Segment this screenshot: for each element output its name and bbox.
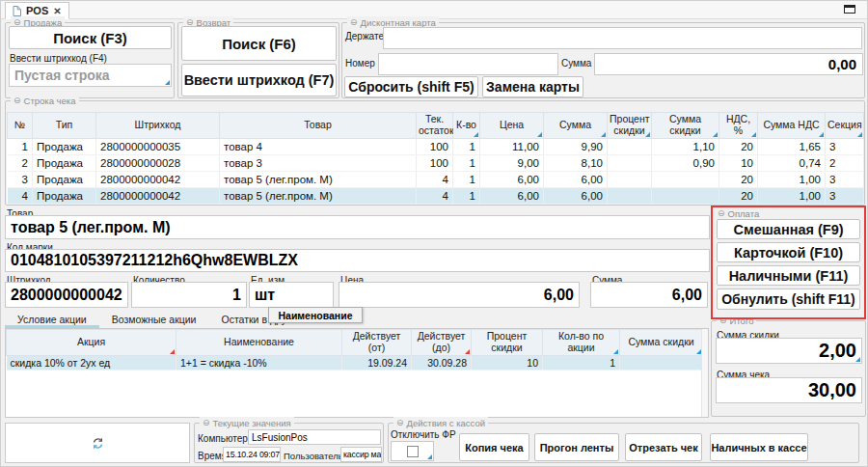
table-cell	[608, 187, 652, 204]
clear-payment-button[interactable]: Обнулить (shift F11)	[717, 288, 860, 310]
tab-pos-label: POS	[26, 5, 48, 16]
search-f3-button[interactable]: Поиск (F3)	[9, 26, 172, 49]
time-field[interactable]: 15.10.24 09:07	[223, 447, 281, 462]
feed-tape-button[interactable]: Прогон ленты	[534, 433, 619, 461]
table-cell	[608, 138, 652, 154]
collapse-icon[interactable]: ⊖	[14, 95, 21, 107]
disable-fr-checkbox[interactable]	[407, 446, 419, 457]
receipt-sum-field[interactable]: 30,00	[716, 377, 862, 403]
table-cell: 4	[417, 187, 453, 204]
column-header[interactable]: Тип	[33, 113, 96, 139]
table-cell: 100	[417, 154, 453, 171]
table-cell: 11,00	[480, 138, 544, 154]
barcode-f7-button[interactable]: Ввести штрихкод (F7)	[181, 64, 337, 96]
column-header[interactable]: Наименование	[176, 330, 342, 356]
column-header[interactable]: Сумма	[544, 113, 608, 139]
promo-scrollbar[interactable]	[701, 329, 708, 417]
column-header[interactable]: Секция	[826, 113, 864, 139]
column-header[interactable]: НДС, %	[719, 113, 758, 139]
document-icon	[13, 6, 21, 16]
tab-promo-conditions[interactable]: Условие акции	[5, 313, 99, 328]
table-cell: 19.09.24	[342, 355, 412, 370]
table-row[interactable]: 4Продажа2800000000042товар 5 (лег.пром. …	[8, 187, 864, 204]
mark-code-field[interactable]: 0104810105397211212h6Qhw8EWBLZX	[5, 249, 710, 272]
column-header[interactable]: Акция	[7, 330, 176, 356]
barcode-input[interactable]	[10, 65, 171, 86]
tab-possible-promos[interactable]: Возможные акции	[99, 313, 209, 328]
table-cell: Продажа	[33, 187, 96, 204]
disable-fr-label: Отключить ФР	[391, 429, 456, 440]
refresh-icon[interactable]	[92, 437, 104, 450]
computer-field[interactable]: LsFusionPos	[248, 429, 381, 445]
table-cell: 4	[417, 171, 453, 187]
quantity-field[interactable]: 1	[131, 282, 247, 308]
column-header[interactable]: Действует (до)	[412, 330, 472, 356]
barcode-f4-label: Ввести штрихкод (F4)	[10, 53, 107, 64]
column-header[interactable]: №	[8, 113, 33, 139]
table-row[interactable]: 3Продажа2800000000042товар 5 (лег.пром. …	[8, 171, 864, 187]
group-payment-label: ⊖Оплата	[718, 208, 759, 219]
product-name-field[interactable]: товар 5 (лег.пром. М)	[5, 215, 710, 239]
cash-in-drawer-button[interactable]: Наличных в кассе	[710, 433, 808, 461]
column-header[interactable]: Процент скидки	[472, 330, 543, 356]
unit-field[interactable]: шт	[249, 282, 334, 308]
column-header[interactable]: Сумма скидки	[620, 330, 703, 356]
table-cell: 1	[453, 187, 480, 204]
reset-card-button[interactable]: Сбросить (shift F5)	[344, 76, 478, 97]
sum-field[interactable]: 6,00	[590, 282, 708, 308]
table-cell: 20	[719, 171, 758, 187]
column-header[interactable]: Сумма скидки	[652, 113, 719, 139]
table-cell: 1,65	[758, 138, 826, 154]
card-sum-label: Сумма	[561, 58, 591, 69]
holder-input[interactable]	[383, 27, 862, 49]
barcode-input-wrap	[9, 64, 172, 87]
price-field[interactable]: 6,00	[339, 282, 580, 308]
table-cell: 1,10	[652, 138, 719, 154]
table-cell: 6,00	[544, 187, 608, 204]
column-header[interactable]: Кол-во по акции	[543, 330, 620, 356]
table-cell: 2800000000042	[96, 187, 220, 204]
user-label: Пользователь	[284, 451, 343, 461]
card-sum-field[interactable]: 0,00	[594, 53, 863, 75]
copy-receipt-button[interactable]: Копия чека	[459, 433, 529, 461]
user-field[interactable]: кассир маг 1	[340, 447, 382, 462]
table-cell: 3	[826, 187, 864, 204]
computer-label: Компьютер	[198, 433, 248, 444]
table-cell: 2800000000028	[96, 154, 220, 171]
table-row[interactable]: 2Продажа2800000000028товар 310019,008,10…	[8, 154, 864, 171]
number-label: Номер	[345, 58, 375, 69]
column-header[interactable]: Тек. остаток	[417, 113, 453, 139]
column-header[interactable]: Сумма НДС	[758, 113, 826, 139]
search-f6-button[interactable]: Поиск (F6)	[181, 26, 337, 61]
table-cell: 8,10	[544, 154, 608, 171]
column-header[interactable]: Действует (от)	[342, 330, 412, 356]
table-row[interactable]: скидка 10% от 2ух ед1+1 = скидка -10%19.…	[7, 355, 703, 370]
table-cell	[652, 187, 719, 204]
cash-payment-button[interactable]: Наличными (F11)	[717, 265, 860, 286]
discount-sum-field[interactable]: 2,00	[716, 338, 862, 364]
restore-window-icon[interactable]	[844, 5, 855, 14]
table-cell: 3	[8, 171, 33, 187]
refresh-panel[interactable]	[5, 423, 190, 463]
table-cell: 2800000000035	[96, 138, 220, 154]
replace-card-button[interactable]: Замена карты	[482, 76, 583, 97]
card-payment-button[interactable]: Карточкой (F10)	[717, 242, 860, 262]
barcode-field[interactable]: 2800000000042	[5, 282, 128, 308]
collapse-icon[interactable]: ⊖	[718, 208, 725, 219]
column-header[interactable]: Штрихкод	[96, 113, 220, 139]
number-input[interactable]	[378, 53, 558, 75]
table-cell	[608, 171, 652, 187]
column-header[interactable]: Цена	[480, 113, 544, 139]
column-header[interactable]: Товар	[220, 113, 417, 139]
column-header[interactable]: Процент скидки	[608, 113, 652, 139]
cut-receipt-button[interactable]: Отрезать чек	[625, 433, 702, 461]
table-cell: Продажа	[33, 154, 96, 171]
collapse-icon[interactable]: ⊖	[350, 16, 358, 29]
collapse-icon[interactable]: ⊖	[396, 417, 404, 429]
table-row[interactable]: 1Продажа2800000000035товар 4100111,009,9…	[8, 138, 864, 154]
column-header[interactable]: К-во	[453, 113, 480, 139]
close-tab-icon[interactable]: ✕	[53, 6, 61, 16]
collapse-icon[interactable]: ⊖	[203, 417, 210, 429]
mixed-payment-button[interactable]: Смешанная (F9)	[717, 219, 860, 239]
group-receipt-lines-label: ⊖Строка чека	[11, 95, 79, 107]
